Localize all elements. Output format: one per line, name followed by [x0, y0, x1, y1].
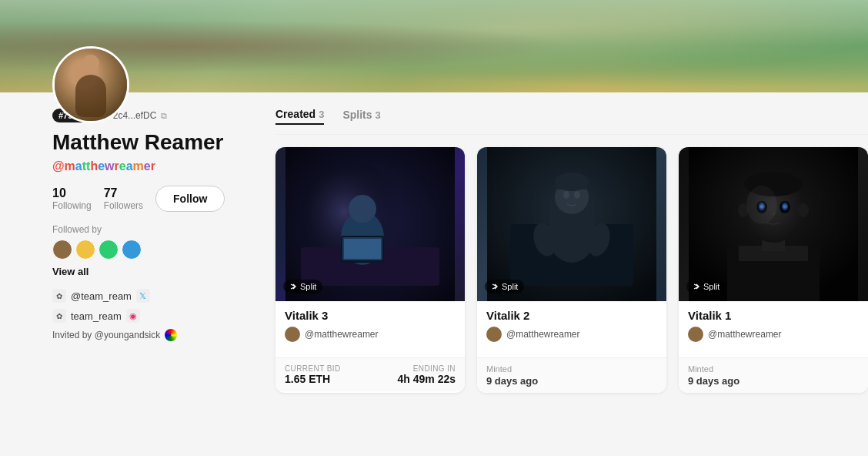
nft-card-3[interactable]: Split Vitalik 3 @matthewreamer Current b…	[275, 147, 465, 393]
nft-card-2[interactable]: Split Vitalik 2 @matthewreamer Minted 9 …	[477, 147, 666, 393]
nft-artwork-1	[679, 147, 868, 301]
nft-creator-2[interactable]: @matthewreamer	[486, 327, 657, 342]
following-count: 10	[52, 186, 92, 200]
social-link-instagram[interactable]: ✿ team_ream ◉	[52, 309, 260, 323]
invited-by: Invited by @youngandsick	[52, 329, 260, 341]
split-badge-label-3: Split	[300, 282, 316, 291]
svg-point-4	[349, 195, 376, 223]
nft-info-3: Vitalik 3 @matthewreamer	[275, 301, 465, 357]
creator-avatar-2	[486, 327, 502, 342]
minted-label-2: Minted	[486, 364, 657, 374]
tab-splits-count: 3	[376, 109, 381, 121]
minted-section-2: Minted 9 days ago	[477, 357, 666, 393]
social-link-twitter[interactable]: ✿ @team_ream 𝕏	[52, 289, 260, 303]
nft-card-1[interactable]: Split Vitalik 1 @matthewreamer Minted 9 …	[679, 147, 868, 393]
tabs-row: Created 3 Splits 3	[275, 108, 868, 135]
minted-label-1: Minted	[688, 364, 859, 374]
minted-time-2: 9 days ago	[486, 375, 657, 387]
split-badge-label-2: Split	[502, 282, 518, 291]
nft-creator-1[interactable]: @matthewreamer	[688, 327, 859, 342]
svg-point-14	[563, 191, 569, 199]
follower-avatar-4[interactable]	[122, 240, 142, 260]
bid-section: Current bid 1.65 ETH	[285, 364, 341, 385]
nft-image-2: Split	[477, 147, 666, 301]
followers-count: 77	[104, 186, 143, 200]
svg-rect-7	[344, 239, 381, 259]
nft-title-1: Vitalik 1	[688, 309, 859, 322]
nft-info-2: Vitalik 2 @matthewreamer	[477, 301, 666, 357]
avatar	[52, 46, 129, 123]
svg-point-27	[783, 205, 787, 209]
split-badge-1: Split	[686, 280, 726, 293]
nft-title-3: Vitalik 3	[285, 309, 456, 322]
creator-name-3: @matthewreamer	[305, 329, 379, 340]
split-badge-3: Split	[283, 280, 322, 293]
nft-title-2: Vitalik 2	[486, 309, 657, 322]
split-badge-label-1: Split	[703, 282, 719, 291]
nft-grid: Split Vitalik 3 @matthewreamer Current b…	[275, 147, 868, 393]
profile-handle: @matthewreamer	[52, 159, 260, 173]
gear-icon-2: ✿	[52, 309, 66, 323]
creator-avatar-3	[285, 327, 300, 342]
nft-creator-3[interactable]: @matthewreamer	[285, 327, 456, 342]
svg-point-15	[574, 191, 580, 199]
nft-info-1: Vitalik 1 @matthewreamer	[679, 301, 868, 357]
creator-name-2: @matthewreamer	[506, 329, 580, 340]
minted-time-1: 9 days ago	[688, 375, 859, 387]
follower-avatar-1[interactable]	[52, 240, 72, 260]
svg-point-30	[798, 203, 809, 217]
main-content: Created 3 Splits 3	[275, 108, 868, 456]
split-icon-2	[491, 283, 499, 290]
tab-splits-label: Splits	[342, 109, 372, 121]
twitter-username: @team_ream	[71, 290, 132, 302]
banner	[0, 0, 868, 92]
split-icon-1	[693, 283, 700, 290]
profile-name: Matthew Reamer	[52, 130, 260, 155]
tab-created[interactable]: Created 3	[275, 108, 324, 125]
view-all-link[interactable]: View all	[52, 266, 88, 277]
nft-footer-3: Current bid 1.65 ETH Ending in 4h 49m 22…	[275, 357, 465, 391]
svg-point-31	[746, 186, 777, 224]
tab-splits[interactable]: Splits 3	[342, 108, 380, 125]
followers-label: Followers	[104, 200, 143, 211]
following-label: Following	[52, 200, 92, 211]
social-links: ✿ @team_ream 𝕏 ✿ team_ream ◉	[52, 289, 260, 323]
rainbow-icon	[165, 329, 177, 341]
bid-value: 1.65 ETH	[285, 373, 341, 385]
creator-name-1: @matthewreamer	[708, 329, 782, 340]
copy-icon[interactable]: ⧉	[161, 111, 167, 121]
followed-by-section: Followed by View all	[52, 224, 260, 278]
twitter-icon: 𝕏	[136, 289, 150, 303]
split-icon-3	[289, 283, 297, 290]
follow-button[interactable]: Follow	[155, 186, 225, 212]
followed-by-label: Followed by	[52, 224, 260, 235]
followers-stat[interactable]: 77 Followers	[104, 186, 143, 211]
profile-sidebar: #79821 0xF2c4...efDC ⧉ Matthew Reamer @m…	[52, 108, 260, 341]
bid-label: Current bid	[285, 364, 341, 373]
nft-image-1: Split	[679, 147, 868, 301]
stats-row: 10 Following 77 Followers Follow	[52, 186, 260, 212]
creator-avatar-1	[688, 327, 703, 342]
follower-avatars	[52, 240, 260, 260]
gear-icon-1: ✿	[52, 289, 66, 303]
nft-artwork-3	[275, 147, 465, 301]
split-badge-2: Split	[485, 280, 524, 293]
ending-section: Ending in 4h 49m 22s	[398, 364, 456, 385]
minted-section-1: Minted 9 days ago	[679, 357, 868, 393]
nft-image-3: Split	[275, 147, 465, 301]
instagram-icon: ◉	[126, 309, 140, 323]
tab-created-count: 3	[319, 109, 324, 120]
invited-by-text: Invited by @youngandsick	[52, 330, 160, 340]
instagram-username: team_ream	[71, 310, 122, 322]
following-stat[interactable]: 10 Following	[52, 186, 92, 211]
follower-avatar-3[interactable]	[98, 240, 119, 260]
nft-artwork-2	[477, 147, 666, 301]
ending-label: Ending in	[398, 364, 456, 373]
follower-avatar-2[interactable]	[75, 240, 95, 260]
tab-created-label: Created	[275, 108, 315, 120]
ending-time: 4h 49m 22s	[398, 373, 456, 385]
